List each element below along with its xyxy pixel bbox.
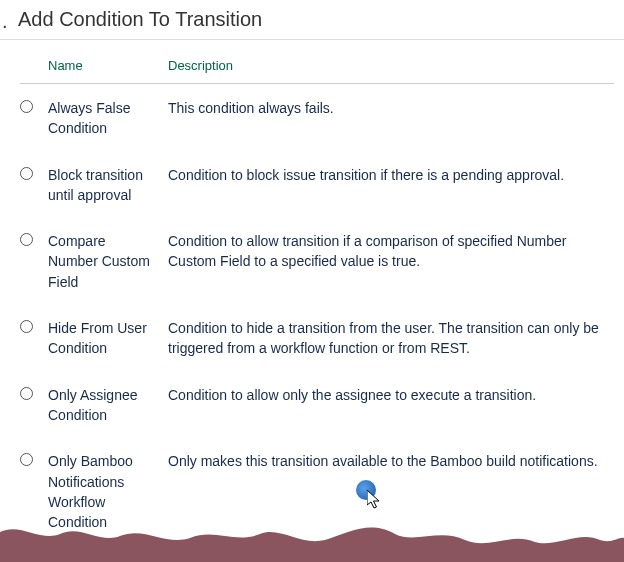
table-row[interactable]: Hide From User ConditionCondition to hid… xyxy=(20,304,614,371)
condition-name: Only Bamboo Notifications Workflow Condi… xyxy=(48,451,168,532)
page-title: Add Condition To Transition xyxy=(0,0,624,40)
condition-description: Condition to allow only the assignee to … xyxy=(168,385,614,405)
table-row[interactable]: Only Reporter ConditionCondition to allo… xyxy=(20,544,614,562)
condition-name: Block transition until approval xyxy=(48,165,168,206)
condition-radio[interactable] xyxy=(20,320,33,333)
column-header-name[interactable]: Name xyxy=(48,58,168,73)
condition-description: Only makes this transition available to … xyxy=(168,451,614,471)
condition-name: Compare Number Custom Field xyxy=(48,231,168,292)
table-row[interactable]: Block transition until approvalCondition… xyxy=(20,151,614,218)
condition-description: Condition to allow only the reporter to … xyxy=(168,558,614,562)
table-row[interactable]: Compare Number Custom FieldCondition to … xyxy=(20,217,614,304)
condition-name: Only Assignee Condition xyxy=(48,385,168,426)
condition-radio[interactable] xyxy=(20,100,33,113)
table-row[interactable]: Only Assignee ConditionCondition to allo… xyxy=(20,371,614,438)
condition-description: This condition always fails. xyxy=(168,98,614,118)
condition-description: Condition to hide a transition from the … xyxy=(168,318,614,359)
condition-name: Always False Condition xyxy=(48,98,168,139)
table-header-row: Name Description xyxy=(20,40,614,84)
table-row[interactable]: Only Bamboo Notifications Workflow Condi… xyxy=(20,437,614,544)
conditions-table: Name Description Always False ConditionT… xyxy=(0,40,624,562)
condition-radio[interactable] xyxy=(20,167,33,180)
condition-description: Condition to allow transition if a compa… xyxy=(168,231,614,272)
column-header-description[interactable]: Description xyxy=(168,58,614,73)
condition-radio[interactable] xyxy=(20,233,33,246)
condition-radio[interactable] xyxy=(20,387,33,400)
condition-name: Hide From User Condition xyxy=(48,318,168,359)
table-row[interactable]: Always False ConditionThis condition alw… xyxy=(20,84,614,151)
condition-radio[interactable] xyxy=(20,453,33,466)
condition-name: Only Reporter Condition xyxy=(48,558,168,562)
condition-description: Condition to block issue transition if t… xyxy=(168,165,614,185)
